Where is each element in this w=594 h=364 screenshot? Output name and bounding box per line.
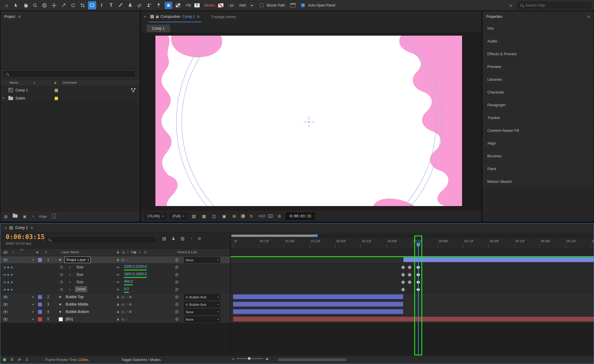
exposure-value[interactable]: +0,0 xyxy=(258,214,265,218)
layer-visibility-toggle[interactable] xyxy=(3,259,8,261)
timeline-zoom-slider[interactable] xyxy=(232,357,269,360)
layer-visibility-toggle[interactable] xyxy=(3,303,8,306)
zoom-out-mountain-icon[interactable] xyxy=(232,358,234,360)
fill-swatch[interactable]: ? xyxy=(194,3,200,8)
label-column-icon[interactable]: ◈ xyxy=(36,250,38,254)
region-of-interest-icon[interactable]: ▣ xyxy=(220,213,228,219)
properties-item-paragraph[interactable]: Paragraph xyxy=(483,99,593,111)
link-dimensions-icon[interactable]: ∞ xyxy=(116,264,119,271)
parent-link-dropdown[interactable]: None▾ xyxy=(184,309,220,315)
zoom-slider-track[interactable] xyxy=(237,358,263,359)
twirl-icon[interactable]: ▸ xyxy=(3,96,4,99)
properties-item-motion-sketch[interactable]: Motion Sketch xyxy=(483,175,593,188)
help-search-input[interactable] xyxy=(525,3,579,7)
parent-link-column-header[interactable]: Parent & Link xyxy=(177,250,197,254)
timeline-property-row[interactable]: ◀◆▶◷≈Size∞2200,0,2200,0@ xyxy=(0,264,230,271)
close-icon[interactable]: × xyxy=(4,226,7,230)
stroke-swatch[interactable] xyxy=(218,3,224,8)
frame-blending-icon[interactable]: ◔ xyxy=(190,236,192,241)
rotation-tool[interactable] xyxy=(69,1,77,10)
layer-name[interactable]: Bubble Middle xyxy=(66,301,88,308)
property-label[interactable]: Size xyxy=(76,271,83,278)
parent-link-dropdown[interactable]: None▾ xyxy=(184,257,220,263)
properties-title[interactable]: Properties xyxy=(486,15,502,19)
timeline-track-row[interactable] xyxy=(231,256,594,264)
project-settings-icon[interactable]: ◔ xyxy=(32,214,34,219)
puppet-pin-tool[interactable] xyxy=(155,1,163,10)
tool-creates-shape-button[interactable] xyxy=(165,2,172,9)
timeline-property-row[interactable]: ◀◆▶◷≈Size∞450,0@ xyxy=(0,278,230,286)
timeline-track-row[interactable] xyxy=(231,308,594,316)
properties-item-content-aware-fill[interactable]: Content-Aware Fill xyxy=(483,124,593,137)
twirl-icon[interactable]: ▸ xyxy=(32,301,34,308)
pick-whip-icon[interactable]: @ xyxy=(175,308,179,315)
interpret-footage-icon[interactable]: ▤ xyxy=(4,214,7,219)
properties-item-audio[interactable]: Audio xyxy=(483,35,593,48)
stopwatch-icon[interactable]: ◷ xyxy=(60,278,63,286)
property-value[interactable]: 450,0 xyxy=(124,278,133,285)
keyframe-navigator[interactable]: ◀◆▶ xyxy=(3,271,15,278)
keyframe-icon[interactable] xyxy=(416,288,420,292)
zoom-in-mountain-icon[interactable] xyxy=(266,357,269,360)
panel-divider[interactable] xyxy=(230,232,231,355)
layer-switches[interactable]: ♟◎∕fx xyxy=(116,301,132,308)
dolly-camera-tool[interactable] xyxy=(59,1,68,10)
property-label[interactable]: Size xyxy=(76,264,83,271)
trash-icon[interactable] xyxy=(53,215,56,218)
time-navigator-end-handle[interactable] xyxy=(315,234,318,237)
name-column-header[interactable]: Name xyxy=(10,81,18,84)
add-menu-icon[interactable]: ▶ xyxy=(250,3,254,7)
audio-column-icon[interactable]: ○ xyxy=(12,250,14,254)
magnification-dropdown[interactable]: (74,4%)▾ xyxy=(144,213,167,220)
property-value[interactable]: 2200,0,2200,0 xyxy=(124,264,147,270)
timeline-tab[interactable]: Comp 1 xyxy=(15,226,28,230)
zoom-slider-handle[interactable] xyxy=(248,357,250,360)
stopwatch-icon[interactable]: ◷ xyxy=(60,286,63,293)
layer-color-swatch[interactable] xyxy=(38,310,42,314)
toolbar-overflow[interactable]: » xyxy=(510,3,512,8)
link-dimensions-icon[interactable]: ∞ xyxy=(116,278,119,286)
timeline-search[interactable] xyxy=(45,236,156,243)
keyframe-icon[interactable] xyxy=(408,280,412,284)
property-label[interactable]: Detail xyxy=(75,287,87,292)
timeline-layer-row[interactable]: ▸5[BG]♟◎∕@None▾ xyxy=(0,316,230,323)
pick-whip-icon[interactable]: @ xyxy=(175,301,179,308)
graph-editor-icon[interactable]: ≈ xyxy=(69,271,71,278)
timeline-track-row[interactable] xyxy=(231,293,594,301)
twirl-icon[interactable]: ▸ xyxy=(32,293,34,300)
layer-visibility-toggle[interactable] xyxy=(3,296,8,298)
timeline-layer-row[interactable]: ▾1★Shape Layer 1♟◎∕@None▾ xyxy=(0,256,230,264)
layer-name-column-header[interactable]: Layer Name xyxy=(61,250,79,254)
number-column-header[interactable]: # xyxy=(45,250,47,254)
panel-menu-icon[interactable]: ≡ xyxy=(587,14,590,19)
project-item-comp[interactable]: Comp 1 xyxy=(1,86,140,94)
horizontal-scrollbar[interactable] xyxy=(278,358,346,361)
show-snapshot-icon[interactable]: ⊘ xyxy=(276,213,283,219)
timeline-track-row[interactable] xyxy=(231,271,594,278)
layer-switches[interactable]: ♟◎∕fx xyxy=(116,308,132,315)
toggle-switches-modes-button[interactable]: Toggle Switches / Modes xyxy=(121,358,161,362)
project-item-solids[interactable]: ▸ Solids xyxy=(1,94,140,102)
keyframe-icon[interactable] xyxy=(401,265,405,269)
stroke-width[interactable]: - px xyxy=(228,3,234,7)
keyframe-navigator[interactable]: ◀◆▶ xyxy=(3,278,15,286)
pick-whip-icon[interactable]: @ xyxy=(175,316,179,323)
label-swatch[interactable] xyxy=(55,97,58,100)
layer-duration-bar[interactable] xyxy=(403,257,594,262)
timeline-track-row[interactable] xyxy=(231,316,594,323)
timeline-track-row[interactable] xyxy=(231,264,594,271)
fast-previews-icon[interactable]: ▧ xyxy=(190,213,197,219)
layer-visibility-toggle[interactable] xyxy=(3,318,8,321)
panel-menu-icon[interactable]: ≡ xyxy=(197,14,199,19)
comment-column-header[interactable]: Comment xyxy=(62,81,77,84)
timeline-layer-row[interactable]: ▸3★Bubble Middle♟◎∕fx@4. Bubble Bott▾ xyxy=(0,301,230,308)
reset-exposure-icon[interactable]: ↻ xyxy=(248,213,255,219)
keyframe-icon[interactable] xyxy=(408,265,412,269)
parent-link-dropdown[interactable]: 4. Bubble Bott▾ xyxy=(184,294,220,300)
mask-visibility-icon[interactable]: ◫ xyxy=(210,213,218,219)
property-value[interactable]: 8,0 xyxy=(124,286,129,293)
auto-open-checkbox[interactable]: ✓ xyxy=(301,3,305,7)
keyframe-icon[interactable] xyxy=(401,280,405,284)
layer-duration-bar[interactable] xyxy=(233,316,594,322)
resolution-dropdown[interactable]: (Full)▾ xyxy=(170,213,188,220)
